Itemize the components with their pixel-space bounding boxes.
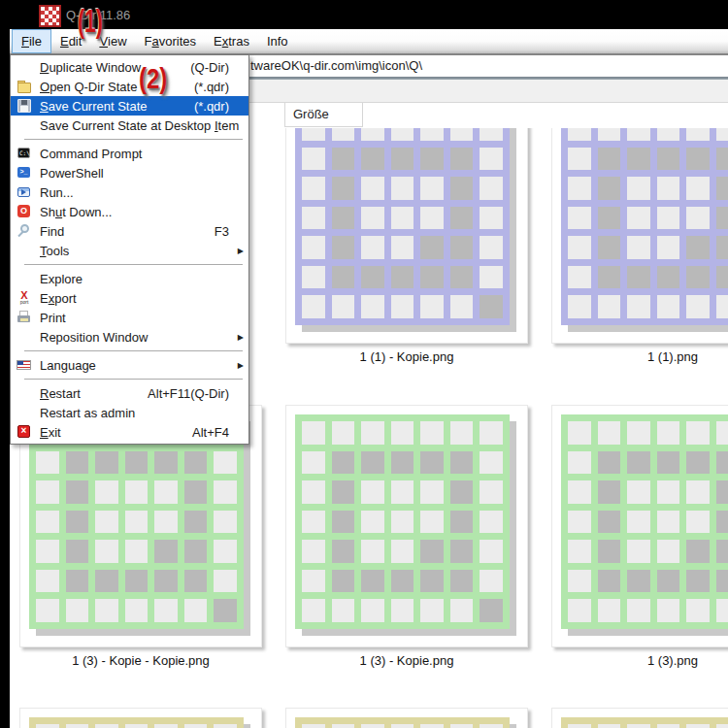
menu-item-explore[interactable]: Explore	[11, 269, 248, 288]
menu-shortcut: Alt+F11(Q-Dir)	[148, 386, 229, 401]
pattern-cell	[716, 599, 728, 622]
file-thumbnail[interactable]	[285, 708, 528, 728]
pattern-cell	[420, 451, 444, 475]
pattern-cell	[184, 570, 208, 593]
menubar-item-favorites[interactable]: Favorites	[136, 29, 205, 53]
column-header-size[interactable]: Größe	[284, 103, 363, 127]
pattern-cell	[214, 724, 237, 728]
file-name[interactable]: 1 (3) - Kopie - Kopie.png	[19, 653, 262, 668]
pattern-cell	[36, 599, 59, 622]
pattern-cell	[391, 295, 414, 318]
pattern-cell	[332, 266, 355, 289]
file-thumbnail[interactable]	[551, 708, 728, 728]
pattern-cell	[480, 511, 503, 534]
menu-item-label: Exit	[40, 425, 61, 440]
menu-item-label: Command Prompt	[40, 147, 142, 161]
menu-item-run[interactable]: Run...	[11, 182, 248, 202]
menu-item-reposition-window[interactable]: Reposition Window▶	[11, 327, 248, 347]
pattern-cell	[686, 207, 710, 230]
file-name[interactable]: 1 (1) - Kopie.png	[285, 349, 528, 364]
pattern-cell	[302, 177, 325, 200]
menu-item-export[interactable]: Export	[11, 288, 248, 308]
menu-item-open-q-dir-state[interactable]: Open Q-Dir State(*.qdr)	[11, 77, 248, 96]
menu-bar: FileEditViewFavoritesExtrasInfo	[10, 29, 728, 53]
menu-item-find[interactable]: FindF3	[11, 221, 248, 241]
pattern-cell	[66, 570, 89, 593]
menu-icon-blank	[17, 329, 32, 345]
pattern-cell	[184, 480, 208, 504]
pattern-cell	[302, 295, 325, 318]
pattern-cell	[716, 451, 728, 475]
pattern-cell	[361, 207, 384, 230]
file-name[interactable]: 1 (3) - Kopie.png	[285, 653, 528, 668]
pattern-cell	[716, 540, 728, 563]
title-bar: Q-Dir 11.86	[0, 0, 728, 29]
pattern-cell	[420, 295, 444, 318]
pattern-cell	[627, 295, 650, 318]
pattern-cell	[36, 511, 59, 534]
file-thumbnail[interactable]	[285, 405, 528, 647]
menu-item-label: Language	[40, 358, 96, 373]
menu-item-label: Restart as admin	[40, 406, 135, 420]
pattern-cell	[420, 480, 444, 504]
menubar-item-info[interactable]: Info	[258, 29, 297, 53]
pattern-cell	[686, 540, 710, 563]
menu-item-label: Run...	[40, 185, 74, 200]
submenu-arrow-icon: ▶	[238, 361, 244, 370]
pattern-cell	[125, 570, 149, 593]
menu-item-powershell[interactable]: PowerShell	[11, 163, 248, 182]
menu-item-restart-as-admin[interactable]: Restart as admin	[11, 403, 248, 422]
pattern-cell	[686, 480, 710, 504]
pattern-cell	[154, 540, 178, 563]
pattern-cell	[450, 599, 474, 622]
menu-item-duplicate-window[interactable]: Duplicate Window(Q-Dir)	[11, 57, 248, 77]
pattern-cell	[361, 177, 384, 200]
menu-item-save-current-state-at-desktop-item[interactable]: Save Current State at Desktop Item	[11, 116, 248, 135]
menubar-item-extras[interactable]: Extras	[205, 29, 258, 53]
file-thumbnail[interactable]	[551, 128, 728, 344]
pattern-cell	[686, 148, 710, 171]
pattern-cell	[480, 480, 503, 504]
qdir-app-icon[interactable]	[39, 5, 61, 27]
menu-separator	[24, 379, 243, 380]
pattern-cell	[568, 570, 591, 593]
file-name[interactable]: 1 (3).png	[551, 653, 728, 668]
pattern-cell	[361, 511, 384, 534]
menu-separator	[24, 264, 243, 265]
pattern-cell	[627, 570, 650, 593]
pattern-cell	[686, 599, 710, 622]
pattern-cell	[302, 570, 325, 593]
menu-item-exit[interactable]: ExitAlt+F4	[11, 422, 248, 442]
menu-item-print[interactable]: Print	[11, 308, 248, 327]
pattern-cell	[214, 451, 237, 475]
file-thumbnail[interactable]	[285, 128, 528, 344]
menu-item-shut-down[interactable]: Shut Down...	[11, 202, 248, 221]
pattern-cell	[214, 570, 237, 593]
menu-item-language[interactable]: Language▶	[11, 355, 248, 375]
menubar-item-file[interactable]: File	[12, 29, 51, 53]
menu-item-label: Open Q-Dir State	[40, 80, 137, 94]
file-name[interactable]: 1 (1).png	[551, 349, 728, 364]
file-thumbnail[interactable]	[551, 405, 728, 647]
pattern-cell	[125, 540, 149, 563]
pattern-cell	[657, 451, 680, 475]
pattern-cell	[657, 480, 680, 504]
pattern-cell	[657, 570, 680, 593]
menu-item-restart[interactable]: RestartAlt+F11(Q-Dir)	[11, 383, 248, 403]
menu-item-save-current-state[interactable]: Save Current State(*.qdr)	[11, 96, 248, 116]
pattern-cell	[184, 451, 208, 475]
pattern-cell	[420, 236, 444, 259]
pattern-cell	[214, 480, 237, 504]
menu-item-command-prompt[interactable]: Command Prompt	[11, 144, 248, 163]
pattern-cell	[36, 480, 59, 504]
pattern-cell	[686, 128, 710, 141]
pattern-cell	[657, 177, 680, 200]
pattern-cell	[568, 295, 591, 318]
pattern-cell	[568, 511, 591, 534]
pattern-cell	[154, 451, 178, 475]
find-icon	[17, 223, 32, 239]
pattern-cell	[480, 570, 503, 593]
menu-item-tools[interactable]: Tools▶	[11, 241, 248, 260]
pattern-cell	[66, 599, 89, 622]
file-thumbnail[interactable]	[19, 708, 262, 728]
